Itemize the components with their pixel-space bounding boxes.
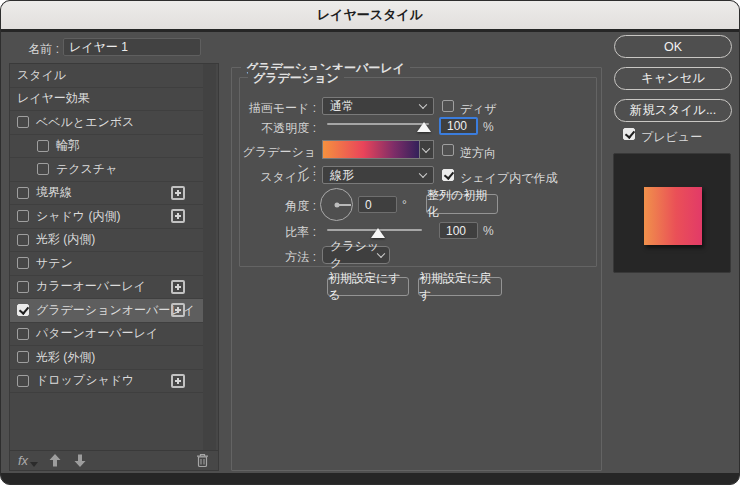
sidebar-item-outer-glow[interactable]: 光彩 (外側) [10,346,204,370]
fx-menu-icon[interactable]: fx [18,453,28,468]
angle-input[interactable]: 0 [358,196,397,213]
chevron-down-icon [422,144,430,152]
preview-pane [613,153,731,273]
sidebar-item-label: 輪郭 [56,137,80,154]
bevel-emboss-checkbox[interactable] [17,116,29,128]
stroke-checkbox[interactable] [17,187,29,199]
chevron-down-icon [419,170,427,178]
texture-checkbox[interactable] [37,163,49,175]
trash-icon[interactable] [196,453,209,472]
outer-glow-checkbox[interactable] [17,351,29,363]
scale-input[interactable]: 100 [439,222,478,239]
sidebar-item-satin[interactable]: サテン [10,252,204,276]
contour-checkbox[interactable] [37,140,49,152]
new-style-label: 新規スタイル... [630,102,717,119]
sidebar-item-blending-options[interactable]: レイヤー効果 [10,88,204,112]
cancel-button[interactable]: キャンセル [614,67,732,90]
sidebar-item-label: サテン [36,255,73,272]
dither-label: ディザ [460,101,497,118]
group-title: グラデーション [248,70,344,87]
opacity-unit: % [483,120,494,134]
sidebar-item-gradient-overlay[interactable]: グラデーションオーバーレイ [10,299,204,323]
sidebar-item-label: 光彩 (内側) [36,231,95,248]
gradient-overlay-checkbox[interactable] [17,304,29,316]
sidebar-item-stroke[interactable]: 境界線 [10,182,204,206]
reset-to-default-label: 初期設定に戻す [419,270,501,304]
method-label: 方法 : [236,249,316,266]
ok-button[interactable]: OK [614,35,732,58]
sidebar-item-drop-shadow[interactable]: ドロップシャドウ [10,370,204,394]
scale-label: 比率 : [236,224,316,241]
sidebar-item-inner-glow[interactable]: 光彩 (内側) [10,229,204,253]
sidebar-scrollbar[interactable] [203,64,216,451]
gradient-style-value: 線形 [330,167,354,184]
reset-alignment-button[interactable]: 整列の初期化 [426,194,498,214]
preview-gradient-square [644,187,702,245]
ok-label: OK [664,40,682,54]
gradient-style-select[interactable]: 線形 [322,166,434,184]
dialog-titlebar[interactable]: レイヤースタイル [1,1,739,29]
angle-label: 角度 : [236,198,316,215]
scale-unit: % [483,224,494,238]
scale-slider-thumb[interactable] [371,228,385,238]
reverse-label: 逆方向 [460,145,496,162]
sidebar-item-label: パターンオーバーレイ [36,325,158,342]
add-gradient-overlay-instance-button[interactable] [171,303,185,317]
angle-dial[interactable] [320,188,353,221]
sidebar-item-label: 境界線 [36,184,72,201]
opacity-slider-thumb[interactable] [417,122,431,132]
opacity-label: 不透明度 : [236,120,316,137]
sidebar-item-label: ベベルとエンボス [36,114,134,131]
sidebar-item-label: テクスチャ [56,161,117,178]
sidebar-item-label: レイヤー効果 [17,90,90,107]
sidebar-item-pattern-overlay[interactable]: パターンオーバーレイ [10,323,204,347]
sidebar-item-label: 光彩 (外側) [36,349,95,366]
styles-list: スタイル レイヤー効果 ベベルとエンボス 輪郭 テクスチャ 境界線 シャドウ (… [10,64,204,393]
sidebar-item-bevel-emboss[interactable]: ベベルとエンボス [10,111,204,135]
align-with-shape-checkbox[interactable] [442,169,454,181]
move-up-icon[interactable] [47,453,63,469]
move-down-icon[interactable] [72,453,88,469]
sidebar-item-label: シャドウ (内側) [36,208,120,225]
sidebar-item-styles[interactable]: スタイル [10,64,204,88]
styles-sidebar: スタイル レイヤー効果 ベベルとエンボス 輪郭 テクスチャ 境界線 シャドウ (… [9,63,219,471]
add-stroke-instance-button[interactable] [171,186,185,200]
add-inner-shadow-instance-button[interactable] [171,209,185,223]
sidebar-item-label: ドロップシャドウ [36,372,134,389]
pattern-overlay-checkbox[interactable] [17,328,29,340]
angle-value: 0 [365,198,372,212]
layer-name-input[interactable]: レイヤー 1 [63,38,201,56]
inner-shadow-checkbox[interactable] [17,210,29,222]
method-select[interactable]: クラシック [322,246,390,264]
sidebar-item-contour[interactable]: 輪郭 [10,135,204,159]
reset-to-default-button[interactable]: 初期設定に戻す [418,277,502,296]
gradient-swatch[interactable] [322,140,419,159]
add-color-overlay-instance-button[interactable] [171,280,185,294]
opacity-value: 100 [447,119,467,133]
make-default-button[interactable]: 初期設定にする [327,277,409,296]
reset-alignment-label: 整列の初期化 [427,187,497,221]
add-drop-shadow-instance-button[interactable] [171,374,185,388]
inner-glow-checkbox[interactable] [17,234,29,246]
opacity-input[interactable]: 100 [439,117,478,135]
dither-checkbox[interactable] [442,100,454,112]
angle-unit: ° [402,198,407,212]
drop-shadow-checkbox[interactable] [17,375,29,387]
preview-checkbox[interactable] [623,128,635,140]
sidebar-item-color-overlay[interactable]: カラーオーバーレイ [10,276,204,300]
blend-mode-select[interactable]: 通常 [322,97,434,115]
chevron-down-icon [419,101,427,109]
reverse-checkbox[interactable] [442,144,454,156]
new-style-button[interactable]: 新規スタイル... [614,99,732,122]
color-overlay-checkbox[interactable] [17,281,29,293]
sidebar-item-texture[interactable]: テクスチャ [10,158,204,182]
sidebar-item-inner-shadow[interactable]: シャドウ (内側) [10,205,204,229]
sidebar-item-label: スタイル [17,67,66,84]
fx-menu-caret-icon [30,462,38,467]
name-label: 名前 : [21,41,59,58]
gradient-picker-button[interactable] [419,140,434,159]
sidebar-item-label: カラーオーバーレイ [36,278,146,295]
sidebar-footer: fx [10,450,218,470]
opacity-slider-track[interactable] [327,123,429,125]
satin-checkbox[interactable] [17,257,29,269]
